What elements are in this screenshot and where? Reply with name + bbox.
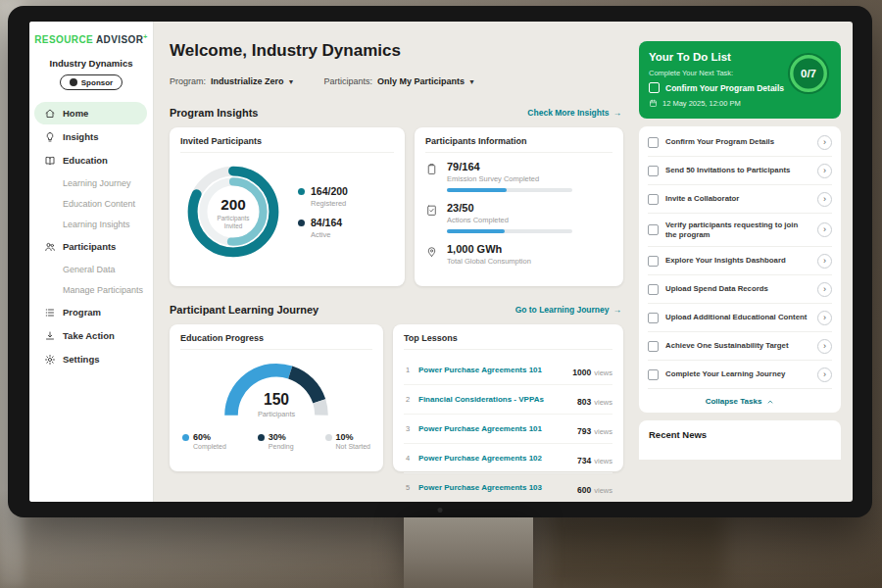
legend-registered: 164/200 Registered: [298, 185, 348, 208]
sidebar-item-learning-insights[interactable]: Learning Insights: [29, 214, 153, 234]
checkbox[interactable]: [648, 224, 659, 235]
sidebar-item-program[interactable]: Program: [34, 301, 147, 323]
lesson-link[interactable]: Power Purchase Agreements 103: [418, 483, 570, 492]
metric-label: Emission Survey Completed: [447, 174, 572, 183]
home-icon: [44, 108, 56, 120]
check-more-insights-link[interactable]: Check More Insights→: [527, 108, 621, 118]
program-filter-label: Program:: [170, 76, 206, 86]
task-label: Explore Your Insights Dashboard: [665, 256, 810, 266]
calendar-icon: [649, 99, 658, 108]
sidebar-item-education[interactable]: Education: [34, 149, 147, 172]
legend-dot: [298, 220, 305, 226]
legend-active: 84/164 Active: [298, 217, 348, 239]
checkbox[interactable]: [648, 369, 659, 380]
sidebar-item-manage-participants[interactable]: Manage Participants: [29, 279, 153, 300]
checkbox[interactable]: [648, 313, 659, 323]
chevron-right-icon[interactable]: ›: [817, 368, 832, 382]
sidebar-item-label: Take Action: [63, 330, 115, 341]
list-icon: [44, 307, 56, 318]
checklist-icon: [425, 204, 438, 217]
chevron-right-icon[interactable]: ›: [817, 222, 832, 237]
chevron-right-icon[interactable]: ›: [817, 339, 832, 354]
task-row[interactable]: Verify participants requesting to join t…: [648, 214, 832, 247]
sidebar-item-participants[interactable]: Participants: [34, 235, 147, 258]
checkbox[interactable]: [648, 137, 659, 148]
views-suffix: views: [594, 457, 612, 466]
sidebar-item-insights[interactable]: Insights: [34, 125, 147, 148]
card-title: Top Lessons: [404, 333, 612, 350]
sidebar-item-learning-journey[interactable]: Learning Journey: [29, 172, 153, 193]
checkbox[interactable]: [648, 341, 659, 352]
checkbox[interactable]: [648, 256, 659, 267]
views-suffix: views: [594, 398, 612, 407]
sidebar-item-label: Insights: [63, 131, 98, 142]
lesson-link[interactable]: Power Purchase Agreements 102: [418, 454, 570, 463]
go-to-learning-journey-link[interactable]: Go to Learning Journey→: [515, 305, 621, 315]
checkbox[interactable]: [648, 194, 659, 205]
todo-due-row: 12 May 2025, 12:00 PM: [649, 99, 831, 108]
program-filter[interactable]: Program: Industrialize Zero ▼: [170, 76, 294, 86]
task-row[interactable]: Explore Your Insights Dashboard ›: [648, 247, 832, 275]
task-row[interactable]: Upload Spend Data Records ›: [648, 275, 832, 304]
bulb-icon: [44, 131, 56, 143]
sidebar-item-label: Home: [63, 108, 88, 119]
collapse-label: Collapse Tasks: [706, 397, 762, 406]
metric-value: 79/164: [447, 161, 572, 172]
arrow-right-icon: →: [613, 108, 622, 118]
invited-donut-chart: 200 Participants Invited: [180, 159, 286, 265]
sidebar-item-take-action[interactable]: Take Action: [34, 324, 147, 347]
task-label: Achieve One Sustainability Target: [665, 341, 810, 351]
sidebar-item-label: Program: [63, 307, 101, 318]
lesson-views: 1000: [572, 368, 591, 377]
sidebar-item-general-data[interactable]: General Data: [29, 259, 153, 279]
legend-completed: 60% Completed: [182, 432, 226, 450]
actions-completed-row: 23/50 Actions Completed: [425, 202, 612, 233]
dashboard-screen: RESOURCE ADVISOR+ Industry Dynamics Spon…: [29, 22, 853, 502]
task-label: Send 50 Invitations to Participants: [665, 166, 810, 175]
chevron-right-icon[interactable]: ›: [817, 254, 832, 269]
checkbox[interactable]: [648, 166, 659, 176]
chevron-right-icon[interactable]: ›: [817, 135, 832, 150]
chevron-up-icon: [766, 398, 774, 406]
lesson-rank: 1: [404, 366, 412, 374]
lesson-row: 2 Financial Considerations - VPPAs 803vi…: [404, 385, 612, 415]
program-insights-cards: Invited Participants 200 Participants In…: [170, 127, 623, 286]
sidebar-item-home[interactable]: Home: [34, 102, 147, 124]
card-title: Participants Information: [425, 136, 612, 153]
top-lessons-card: Top Lessons 1 Power Purchase Agreements …: [393, 324, 623, 471]
task-row[interactable]: Confirm Your Program Details ›: [648, 128, 832, 157]
arrow-right-icon: →: [613, 305, 622, 315]
sidebar-subitem-label: Education Content: [63, 199, 135, 209]
task-row[interactable]: Complete Your Learning Journey ›: [648, 361, 832, 389]
sidebar-item-label: Participants: [63, 241, 116, 252]
chevron-down-icon: ▼: [468, 78, 475, 85]
section-title: Program Insights: [170, 107, 258, 119]
learning-journey-cards: Education Progress 150 Participants 60% …: [170, 324, 623, 471]
task-label: Invite a Collaborator: [665, 194, 810, 204]
participants-filter[interactable]: Participants: Only My Participants ▼: [323, 76, 475, 86]
section-title: Participant Learning Journey: [170, 304, 318, 316]
chevron-right-icon[interactable]: ›: [817, 164, 832, 178]
task-row[interactable]: Upload Additional Educational Content ›: [648, 304, 832, 332]
collapse-tasks-button[interactable]: Collapse Tasks: [648, 389, 832, 413]
chevron-right-icon[interactable]: ›: [817, 192, 832, 207]
todo-next-task-label: Confirm Your Program Details: [665, 83, 784, 93]
chevron-right-icon[interactable]: ›: [817, 311, 832, 325]
legend-value: 164/200: [311, 185, 348, 197]
todo-progress-text: 0/7: [801, 68, 816, 79]
task-row[interactable]: Achieve One Sustainability Target ›: [648, 332, 832, 361]
chevron-right-icon[interactable]: ›: [817, 282, 832, 297]
donut-center-label: Invited: [224, 222, 243, 229]
gauge-legend: 60% Completed 30% Pending 10% Not Starte…: [180, 432, 372, 450]
sidebar-item-education-content[interactable]: Education Content: [29, 193, 153, 214]
checkbox[interactable]: [649, 82, 660, 93]
progress-bar: [447, 229, 572, 233]
task-row[interactable]: Send 50 Invitations to Participants ›: [648, 157, 832, 185]
checkbox[interactable]: [648, 284, 659, 295]
lesson-link[interactable]: Financial Considerations - VPPAs: [418, 395, 570, 404]
task-row[interactable]: Invite a Collaborator ›: [648, 185, 832, 214]
lesson-link[interactable]: Power Purchase Agreements 101: [418, 366, 565, 374]
lesson-link[interactable]: Power Purchase Agreements 101: [418, 424, 570, 433]
sidebar-item-settings[interactable]: Settings: [34, 348, 147, 370]
pin-icon: [425, 245, 438, 258]
